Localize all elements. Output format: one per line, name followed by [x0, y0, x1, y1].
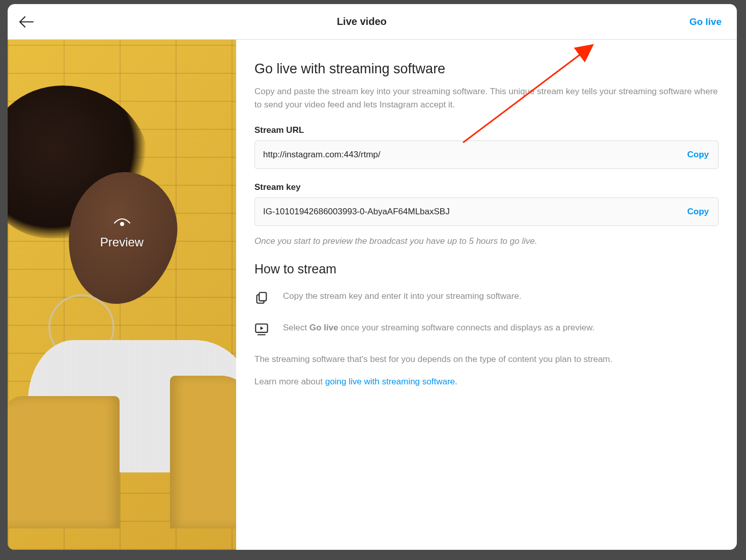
stream-url-value[interactable]: http://instagram.com:443/rtmp/ — [263, 150, 644, 160]
stream-url-field: http://instagram.com:443/rtmp/ Copy — [254, 141, 644, 169]
stream-play-icon — [254, 322, 269, 337]
preview-label: Preview — [100, 235, 144, 249]
modal-title: Live video — [337, 16, 387, 27]
svg-marker-4 — [261, 326, 264, 330]
how-to-step-1-text: Copy the stream key and enter it into yo… — [283, 290, 522, 303]
modal-body: Preview Go live with streaming software … — [8, 40, 644, 484]
preview-panel[interactable]: Preview — [8, 40, 236, 484]
content-panel: Go live with streaming software Copy and… — [236, 40, 644, 484]
stream-key-field: IG-10101942686003993-0-AbyaAF64MLbaxSBJ … — [254, 198, 644, 226]
arrow-left-icon — [19, 16, 34, 28]
how-to-step-2-text: Select Go live once your streaming softw… — [283, 321, 594, 334]
preview-eye-icon — [113, 217, 131, 228]
live-video-modal: Live video Go live Preview Go — [8, 4, 644, 484]
preview-person — [8, 101, 236, 484]
how-to-heading: How to stream — [254, 262, 644, 276]
preview-time-note: Once you start to preview the broadcast … — [254, 236, 644, 246]
svg-point-1 — [120, 222, 124, 226]
section-heading: Go live with streaming software — [254, 61, 644, 77]
back-button[interactable] — [19, 14, 34, 30]
stream-key-value[interactable]: IG-10101942686003993-0-AbyaAF64MLbaxSBJ — [263, 207, 644, 217]
learn-more-link[interactable]: going live with streaming software. — [325, 377, 457, 386]
learn-more: Learn more about going live with streami… — [254, 375, 644, 388]
copy-icon — [254, 291, 269, 305]
how-to-step-2: Select Go live once your streaming softw… — [254, 321, 644, 337]
how-to-step-1: Copy the stream key and enter it into yo… — [254, 290, 644, 305]
preview-overlay: Preview — [8, 217, 236, 249]
svg-rect-2 — [259, 293, 266, 301]
footer-paragraph: The streaming software that's best for y… — [254, 353, 644, 366]
section-description: Copy and paste the stream key into your … — [254, 85, 644, 111]
stream-url-label: Stream URL — [254, 125, 644, 135]
modal-header: Live video Go live — [8, 4, 644, 40]
stream-key-label: Stream key — [254, 182, 644, 192]
